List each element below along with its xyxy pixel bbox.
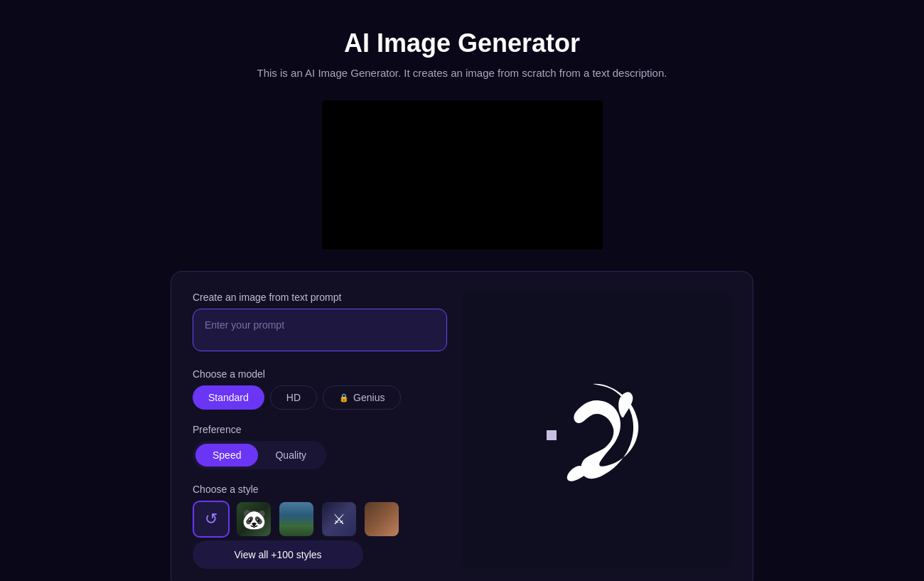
prompt-section: Create an image from text prompt xyxy=(193,292,447,354)
model-section: Choose a model Standard HD 🔒 Genius xyxy=(193,368,447,410)
style-section: Choose a style ↺ 🐼 ⚔ xyxy=(193,484,447,569)
style-face-thumb[interactable] xyxy=(363,501,400,538)
prompt-label: Create an image from text prompt xyxy=(193,292,447,303)
view-all-styles-button[interactable]: View all +100 styles xyxy=(193,540,363,569)
style-landscape-thumb[interactable] xyxy=(278,501,315,538)
model-hd-button[interactable]: HD xyxy=(270,385,317,410)
style-warrior-thumb[interactable]: ⚔ xyxy=(321,501,358,538)
pref-speed-button[interactable]: Speed xyxy=(195,444,258,467)
decoration-square xyxy=(547,430,557,440)
style-reset-thumb[interactable]: ↺ xyxy=(193,501,230,538)
dolphin-container xyxy=(539,373,653,487)
lock-icon: 🔒 xyxy=(339,393,349,403)
right-panel xyxy=(461,292,731,569)
main-panel: Create an image from text prompt Choose … xyxy=(171,271,753,581)
page-wrapper: AI Image Generator This is an AI Image G… xyxy=(0,0,924,581)
style-thumbnails: ↺ 🐼 ⚔ xyxy=(193,501,447,538)
image-preview xyxy=(322,100,603,250)
pref-quality-button[interactable]: Quality xyxy=(258,444,323,467)
model-standard-button[interactable]: Standard xyxy=(193,385,264,410)
page-subtitle: This is an AI Image Generator. It create… xyxy=(257,67,667,79)
model-buttons: Standard HD 🔒 Genius xyxy=(193,385,447,410)
left-panel: Create an image from text prompt Choose … xyxy=(193,292,447,569)
preference-buttons: Speed Quality xyxy=(193,441,326,469)
preference-section: Preference Speed Quality xyxy=(193,424,447,469)
preference-label: Preference xyxy=(193,424,447,435)
dolphin-logo xyxy=(539,373,653,487)
page-title: AI Image Generator xyxy=(344,28,580,58)
model-genius-button[interactable]: 🔒 Genius xyxy=(323,385,401,410)
style-panda-thumb[interactable]: 🐼 xyxy=(235,501,272,538)
model-label: Choose a model xyxy=(193,368,447,380)
style-label: Choose a style xyxy=(193,484,447,495)
prompt-input[interactable] xyxy=(193,309,447,351)
